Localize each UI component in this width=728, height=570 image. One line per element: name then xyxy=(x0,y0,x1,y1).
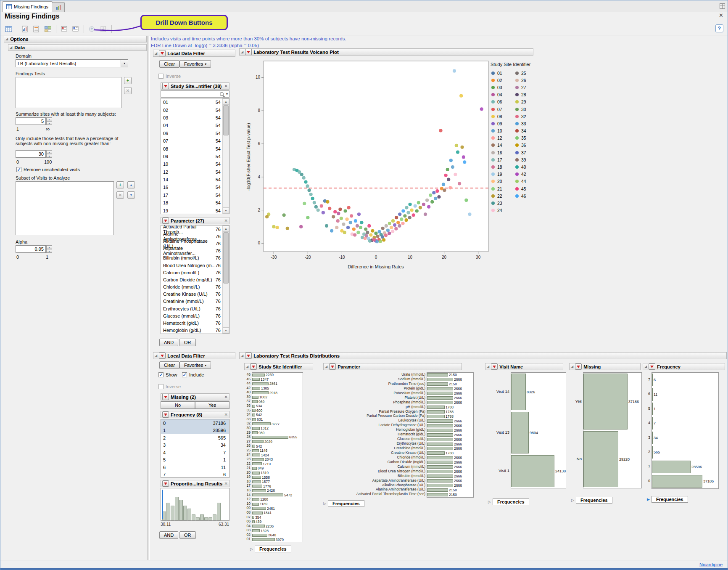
distributions-header[interactable]: ◢ Laboratory Test Results Distributions xyxy=(239,352,727,359)
dist-bar[interactable] xyxy=(252,520,255,523)
filter-list-item[interactable]: Hematocrit (g/dL)76 xyxy=(161,319,229,326)
scatter-point[interactable] xyxy=(343,231,346,234)
scatter-point[interactable] xyxy=(379,239,382,243)
site-search-input[interactable]: ▾ xyxy=(161,90,229,98)
red-triangle-menu-icon[interactable] xyxy=(159,353,166,359)
scatter-point[interactable] xyxy=(332,215,335,218)
frequency-filter-group-header[interactable]: Frequency (8) ✕ xyxy=(161,411,229,418)
dist-bar[interactable] xyxy=(252,400,258,403)
scatter-point[interactable] xyxy=(460,146,464,149)
scatter-point[interactable] xyxy=(368,239,372,243)
missing-yes-button[interactable]: Yes xyxy=(195,401,229,409)
disclosure-icon[interactable]: ▷ xyxy=(488,500,491,504)
legend-item[interactable]: 36 xyxy=(515,142,526,149)
dist-bar[interactable] xyxy=(511,374,526,410)
filter-list-item[interactable]: 0854 xyxy=(161,145,229,152)
dist-bar[interactable] xyxy=(427,456,453,459)
red-triangle-menu-icon[interactable] xyxy=(159,50,166,56)
dist-bar[interactable] xyxy=(427,382,448,386)
filter-list-item[interactable]: 0354 xyxy=(161,114,229,122)
dist-bar[interactable] xyxy=(652,417,653,429)
spin-up-icon[interactable]: ▲ xyxy=(46,150,52,154)
dist-bar[interactable] xyxy=(252,534,267,537)
histogram-bar[interactable] xyxy=(192,514,195,520)
remove-tests-icon[interactable]: ✕ xyxy=(124,87,132,94)
filter-list-item[interactable]: 1454 xyxy=(161,176,229,183)
filter-list-item[interactable]: 1254 xyxy=(161,168,229,176)
spin-up-icon[interactable]: ▲ xyxy=(46,117,52,121)
scatter-point[interactable] xyxy=(381,235,384,239)
legend-item[interactable]: 12 xyxy=(491,135,502,142)
scatter-point[interactable] xyxy=(417,201,420,204)
favorites-button[interactable]: Favorites▾ xyxy=(179,361,211,369)
dist-bar[interactable] xyxy=(427,419,453,423)
scatter-point[interactable] xyxy=(384,233,388,237)
filter-list-item[interactable]: 0754 xyxy=(161,137,229,145)
scatter-point[interactable] xyxy=(275,226,279,229)
or-button[interactable]: OR xyxy=(179,531,196,539)
and-button[interactable]: AND xyxy=(159,531,178,539)
dist-bar[interactable] xyxy=(252,445,255,448)
close-icon[interactable]: ✕ xyxy=(224,395,228,399)
legend-item[interactable]: 08 xyxy=(491,113,502,120)
scatter-point[interactable] xyxy=(304,180,307,183)
scatter-point[interactable] xyxy=(405,218,408,222)
scatter-point[interactable] xyxy=(365,234,368,237)
histogram-bar[interactable] xyxy=(179,500,183,520)
dist-bar[interactable] xyxy=(252,431,258,434)
local-data-filter-2-header[interactable]: ◢ Local Data Filter xyxy=(153,352,235,359)
histogram-bar[interactable] xyxy=(166,503,170,520)
scatter-point[interactable] xyxy=(443,188,446,192)
chevron-down-icon[interactable]: ▾ xyxy=(226,92,228,96)
dist-bar[interactable] xyxy=(427,378,453,381)
legend-item[interactable]: 40 xyxy=(515,163,526,170)
window-list-icon[interactable] xyxy=(720,3,725,9)
legend-item[interactable]: 23 xyxy=(491,199,502,207)
param-frequencies-disclosure[interactable]: ▷ Frequencies xyxy=(323,500,364,507)
scatter-point[interactable] xyxy=(424,212,427,216)
chevron-down-icon[interactable]: ▾ xyxy=(121,60,128,67)
legend-item[interactable]: 35 xyxy=(515,135,526,142)
scatter-point[interactable] xyxy=(265,215,269,218)
dist-bar[interactable] xyxy=(252,382,269,385)
filter-list-item[interactable]: 1654 xyxy=(161,183,229,191)
scatter-point[interactable] xyxy=(455,144,458,147)
proportion-histogram[interactable] xyxy=(161,488,229,521)
missing-filter-group-header[interactable]: Missing (2) ✕ xyxy=(161,393,229,400)
legend-item[interactable]: 45 xyxy=(515,185,526,192)
histogram-bar[interactable] xyxy=(200,514,204,520)
spin-down-icon[interactable]: ▼ xyxy=(46,154,52,158)
dist-bar[interactable] xyxy=(252,529,260,532)
dist-bar[interactable] xyxy=(252,489,266,492)
scatter-point[interactable] xyxy=(306,184,309,188)
legend-item[interactable]: 14 xyxy=(491,142,502,149)
scatter-point[interactable] xyxy=(272,225,275,228)
notes-red-icon[interactable] xyxy=(59,24,69,34)
filter-list-item[interactable]: 51 xyxy=(161,456,229,464)
dist-bar[interactable] xyxy=(252,493,283,496)
scatter-point[interactable] xyxy=(378,230,381,233)
filter-list-item[interactable]: 0954 xyxy=(161,153,229,160)
move-up-icon[interactable]: ▲ xyxy=(127,181,135,188)
scatter-point[interactable] xyxy=(390,226,393,229)
dist-bar[interactable] xyxy=(427,373,448,376)
filter-list-item[interactable]: 1954 xyxy=(161,207,229,214)
scatter-point[interactable] xyxy=(314,205,318,209)
clear-button[interactable]: Clear xyxy=(159,361,179,369)
dist-bar[interactable] xyxy=(511,455,554,487)
study-link[interactable]: Nicardipine xyxy=(699,562,723,567)
scatter-point[interactable] xyxy=(335,226,338,229)
legend-item[interactable]: 24 xyxy=(491,207,502,214)
site-filter-list[interactable]: ▲ ▼ 015402540354045406540754085409541054… xyxy=(161,98,229,214)
dist-bar[interactable] xyxy=(427,406,445,409)
legend-item[interactable]: 46 xyxy=(515,192,526,199)
scatter-point[interactable] xyxy=(330,229,333,233)
dist-bar[interactable] xyxy=(427,484,453,487)
scroll-down-icon[interactable]: ▼ xyxy=(223,327,229,334)
filter-list-item[interactable]: Creatine Kinase (U/L)76 xyxy=(161,291,229,298)
scatter-point[interactable] xyxy=(451,165,454,169)
checkbox-checked-icon[interactable]: ✓ xyxy=(16,167,21,172)
scatter-point[interactable] xyxy=(300,173,303,176)
scatter-point[interactable] xyxy=(337,212,340,215)
alpha-value[interactable]: 0.05 xyxy=(16,245,46,253)
